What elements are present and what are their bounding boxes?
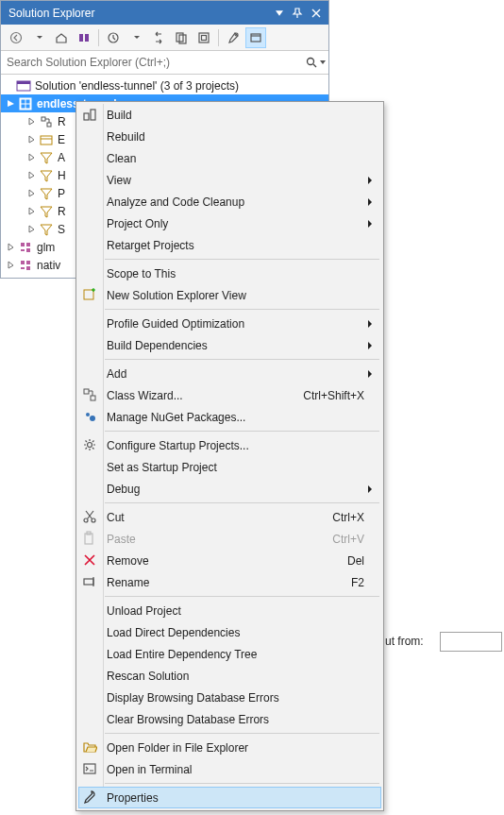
- menu-view[interactable]: View: [78, 169, 381, 191]
- references-icon: [39, 114, 54, 129]
- nuget-icon: [82, 409, 97, 424]
- toolbar: [1, 25, 328, 51]
- cut-icon: [82, 509, 97, 524]
- svg-rect-37: [26, 261, 30, 264]
- svg-rect-43: [91, 396, 95, 400]
- svg-point-48: [92, 518, 95, 522]
- solution-node[interactable]: Solution 'endless-tunnel' (3 of 3 projec…: [1, 76, 328, 94]
- menu-add[interactable]: Add: [78, 363, 381, 384]
- paste-icon: [82, 531, 97, 546]
- rename-icon: [82, 574, 97, 589]
- svg-rect-23: [47, 123, 51, 127]
- filter-icon: [39, 222, 54, 237]
- solution-label: Solution 'endless-tunnel' (3 of 3 projec…: [35, 79, 325, 93]
- gear-icon: [82, 437, 97, 452]
- menu-rename[interactable]: RenameF2: [78, 571, 381, 593]
- pending-changes-button[interactable]: [103, 27, 124, 48]
- search-icon[interactable]: [304, 56, 327, 69]
- menu-rescan[interactable]: Rescan Solution: [78, 665, 381, 687]
- menu-properties[interactable]: Properties: [78, 787, 381, 808]
- menu-nuget[interactable]: Manage NuGet Packages...: [78, 406, 381, 428]
- menu-build[interactable]: Build: [78, 104, 381, 126]
- menu-pgo[interactable]: Profile Guided Optimization: [78, 313, 381, 334]
- properties-button[interactable]: [223, 27, 244, 48]
- svg-rect-20: [26, 104, 30, 108]
- expander-closed-icon[interactable]: [25, 115, 38, 127]
- home-button[interactable]: [51, 27, 72, 48]
- back-button[interactable]: [6, 27, 26, 48]
- show-all-files-button[interactable]: [171, 27, 192, 48]
- svg-marker-26: [29, 154, 34, 161]
- switch-views-button[interactable]: [74, 27, 94, 48]
- menu-retarget[interactable]: Retarget Projects: [78, 234, 381, 256]
- svg-rect-52: [84, 764, 95, 773]
- background-input[interactable]: [440, 632, 502, 652]
- menu-class-wizard[interactable]: Class Wizard... Ctrl+Shift+X: [78, 384, 381, 406]
- svg-rect-19: [22, 104, 25, 108]
- svg-rect-33: [26, 243, 30, 246]
- menu-analyze[interactable]: Analyze and Code Cleanup: [78, 191, 381, 212]
- menu-rebuild[interactable]: Rebuild: [78, 126, 381, 147]
- svg-rect-10: [251, 34, 260, 42]
- wrench-icon: [82, 790, 97, 805]
- menu-set-startup[interactable]: Set as Startup Project: [78, 456, 381, 478]
- menu-clean[interactable]: Clean: [78, 147, 381, 169]
- window-position-icon[interactable]: [272, 6, 287, 21]
- svg-rect-32: [21, 243, 25, 246]
- project-icon: [18, 240, 33, 255]
- svg-rect-38: [26, 266, 30, 270]
- back-dropdown[interactable]: [28, 27, 49, 48]
- terminal-icon: [82, 761, 97, 776]
- solution-icon: [16, 78, 31, 93]
- menu-config-startup[interactable]: Configure Startup Projects...: [78, 434, 381, 456]
- panel-title-text: Solution Explorer: [8, 7, 272, 20]
- svg-point-1: [11, 32, 22, 42]
- menu-load-direct[interactable]: Load Direct Dependencies: [78, 621, 381, 643]
- close-icon[interactable]: [308, 5, 325, 22]
- preview-button[interactable]: [245, 27, 266, 48]
- menu-new-view[interactable]: New Solution Explorer View: [78, 284, 381, 306]
- search-input[interactable]: [5, 55, 304, 70]
- background-label-fragment: ut from:: [385, 635, 424, 648]
- panel-title-bar[interactable]: Solution Explorer: [1, 1, 328, 25]
- svg-marker-30: [29, 226, 34, 232]
- project-icon: [18, 96, 33, 111]
- filter-icon: [39, 204, 54, 219]
- external-deps-icon: [39, 132, 54, 147]
- project-icon: [18, 258, 33, 273]
- collapse-all-button[interactable]: [193, 27, 214, 48]
- svg-rect-51: [84, 579, 93, 585]
- svg-marker-24: [29, 136, 34, 143]
- pin-icon[interactable]: [289, 5, 306, 22]
- svg-marker-21: [29, 118, 34, 125]
- menu-cut[interactable]: CutCtrl+X: [78, 506, 381, 528]
- expander-open-icon[interactable]: [5, 97, 17, 110]
- menu-unload[interactable]: Unload Project: [78, 600, 381, 621]
- menu-build-deps[interactable]: Build Dependencies: [78, 334, 381, 356]
- svg-marker-12: [320, 60, 326, 64]
- svg-rect-3: [85, 34, 89, 42]
- menu-paste: PasteCtrl+V: [78, 528, 381, 550]
- sync-button[interactable]: [148, 27, 169, 48]
- svg-marker-27: [29, 172, 34, 178]
- svg-rect-34: [26, 248, 30, 252]
- svg-rect-39: [84, 113, 89, 120]
- menu-open-terminal[interactable]: Open in Terminal: [78, 758, 381, 780]
- pending-changes-dropdown[interactable]: [126, 27, 146, 48]
- svg-rect-42: [84, 389, 89, 394]
- menu-disp-errors[interactable]: Display Browsing Database Errors: [78, 687, 381, 708]
- menu-open-folder[interactable]: Open Folder in File Explorer: [78, 737, 381, 758]
- menu-scope[interactable]: Scope to This: [78, 263, 381, 284]
- svg-rect-40: [91, 110, 95, 120]
- svg-rect-41: [84, 290, 93, 299]
- menu-load-tree[interactable]: Load Entire Dependency Tree: [78, 643, 381, 665]
- menu-clear-errors[interactable]: Clear Browsing Database Errors: [78, 708, 381, 730]
- svg-marker-28: [29, 190, 34, 196]
- svg-point-44: [86, 413, 90, 416]
- menu-project-only[interactable]: Project Only: [78, 212, 381, 234]
- menu-debug[interactable]: Debug: [78, 478, 381, 500]
- filter-icon: [39, 168, 54, 183]
- svg-rect-22: [42, 117, 45, 121]
- svg-rect-17: [22, 99, 25, 103]
- menu-remove[interactable]: RemoveDel: [78, 550, 381, 571]
